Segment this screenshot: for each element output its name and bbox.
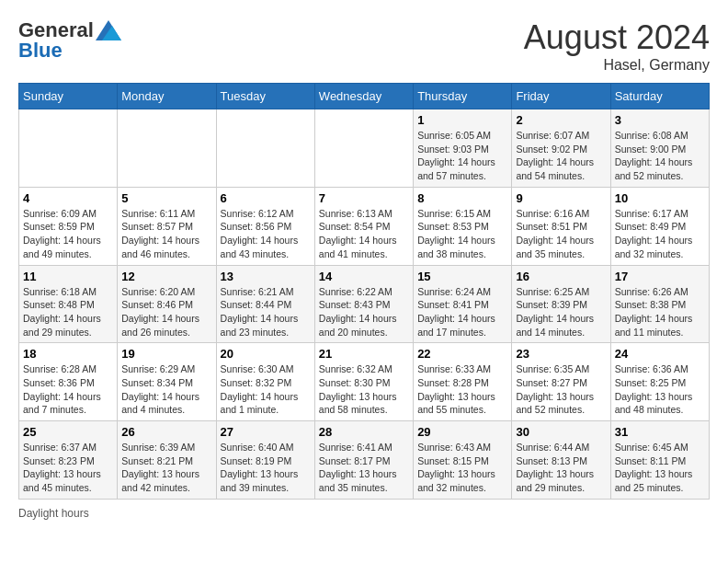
day-info: Sunrise: 6:39 AM Sunset: 8:21 PM Dayligh… [121, 441, 211, 495]
calendar-week-row: 18Sunrise: 6:28 AM Sunset: 8:36 PM Dayli… [19, 343, 710, 421]
calendar-weekday-header: Monday [118, 84, 216, 109]
calendar-table: SundayMondayTuesdayWednesdayThursdayFrid… [18, 83, 710, 500]
logo-blue-text: Blue [18, 39, 63, 63]
calendar-day-cell: 30Sunrise: 6:44 AM Sunset: 8:13 PM Dayli… [512, 421, 610, 500]
calendar-day-cell: 5Sunrise: 6:11 AM Sunset: 8:57 PM Daylig… [118, 187, 216, 265]
day-info: Sunrise: 6:24 AM Sunset: 8:41 PM Dayligh… [417, 285, 507, 339]
location-subtitle: Hasel, Germany [524, 57, 710, 74]
calendar-day-cell: 15Sunrise: 6:24 AM Sunset: 8:41 PM Dayli… [414, 265, 512, 343]
day-info: Sunrise: 6:22 AM Sunset: 8:43 PM Dayligh… [319, 285, 409, 339]
calendar-day-cell: 2Sunrise: 6:07 AM Sunset: 9:02 PM Daylig… [512, 109, 610, 188]
day-info: Sunrise: 6:18 AM Sunset: 8:48 PM Dayligh… [23, 285, 113, 339]
day-number: 3 [615, 113, 705, 127]
calendar-day-cell [216, 109, 314, 188]
day-info: Sunrise: 6:29 AM Sunset: 8:34 PM Dayligh… [121, 362, 211, 417]
day-number: 30 [516, 425, 606, 439]
day-info: Sunrise: 6:17 AM Sunset: 8:49 PM Dayligh… [615, 207, 705, 261]
calendar-day-cell: 12Sunrise: 6:20 AM Sunset: 8:46 PM Dayli… [118, 265, 216, 343]
day-number: 9 [516, 191, 606, 205]
footer: Daylight hours [18, 507, 710, 520]
day-info: Sunrise: 6:26 AM Sunset: 8:38 PM Dayligh… [615, 285, 705, 339]
calendar-day-cell: 1Sunrise: 6:05 AM Sunset: 9:03 PM Daylig… [414, 109, 512, 188]
calendar-day-cell: 4Sunrise: 6:09 AM Sunset: 8:59 PM Daylig… [19, 187, 118, 265]
day-info: Sunrise: 6:45 AM Sunset: 8:11 PM Dayligh… [615, 441, 705, 495]
calendar-day-cell: 6Sunrise: 6:12 AM Sunset: 8:56 PM Daylig… [216, 187, 314, 265]
calendar-week-row: 11Sunrise: 6:18 AM Sunset: 8:48 PM Dayli… [19, 265, 710, 343]
calendar-day-cell: 19Sunrise: 6:29 AM Sunset: 8:34 PM Dayli… [118, 343, 216, 421]
day-number: 6 [221, 191, 311, 205]
calendar-week-row: 1Sunrise: 6:05 AM Sunset: 9:03 PM Daylig… [19, 109, 710, 188]
calendar-weekday-header: Saturday [610, 84, 709, 109]
calendar-day-cell [118, 109, 216, 188]
day-number: 12 [121, 270, 211, 283]
day-number: 24 [615, 347, 705, 361]
day-number: 20 [221, 347, 311, 361]
day-info: Sunrise: 6:35 AM Sunset: 8:27 PM Dayligh… [516, 362, 606, 417]
day-info: Sunrise: 6:30 AM Sunset: 8:32 PM Dayligh… [221, 362, 311, 417]
day-info: Sunrise: 6:28 AM Sunset: 8:36 PM Dayligh… [23, 362, 113, 417]
day-info: Sunrise: 6:25 AM Sunset: 8:39 PM Dayligh… [516, 285, 606, 339]
day-number: 26 [121, 425, 211, 439]
calendar-weekday-header: Tuesday [216, 84, 314, 109]
day-number: 7 [319, 191, 409, 205]
day-info: Sunrise: 6:33 AM Sunset: 8:28 PM Dayligh… [417, 362, 507, 417]
calendar-weekday-header: Sunday [19, 84, 118, 109]
day-info: Sunrise: 6:36 AM Sunset: 8:25 PM Dayligh… [615, 362, 705, 417]
day-number: 21 [319, 347, 409, 361]
day-info: Sunrise: 6:43 AM Sunset: 8:15 PM Dayligh… [417, 441, 507, 495]
calendar-day-cell: 26Sunrise: 6:39 AM Sunset: 8:21 PM Dayli… [118, 421, 216, 500]
day-info: Sunrise: 6:37 AM Sunset: 8:23 PM Dayligh… [23, 441, 113, 495]
day-number: 14 [319, 270, 409, 283]
calendar-day-cell [314, 109, 413, 188]
day-info: Sunrise: 6:12 AM Sunset: 8:56 PM Dayligh… [221, 207, 311, 261]
calendar-day-cell: 28Sunrise: 6:41 AM Sunset: 8:17 PM Dayli… [314, 421, 413, 500]
day-info: Sunrise: 6:09 AM Sunset: 8:59 PM Dayligh… [23, 207, 113, 261]
calendar-weekday-header: Wednesday [314, 84, 413, 109]
day-info: Sunrise: 6:41 AM Sunset: 8:17 PM Dayligh… [319, 441, 409, 495]
day-info: Sunrise: 6:07 AM Sunset: 9:02 PM Dayligh… [516, 129, 606, 183]
day-number: 25 [23, 425, 113, 439]
calendar-header-row: SundayMondayTuesdayWednesdayThursdayFrid… [19, 84, 710, 109]
day-number: 31 [615, 425, 705, 439]
calendar-weekday-header: Thursday [414, 84, 512, 109]
calendar-day-cell: 7Sunrise: 6:13 AM Sunset: 8:54 PM Daylig… [314, 187, 413, 265]
day-info: Sunrise: 6:40 AM Sunset: 8:19 PM Dayligh… [221, 441, 311, 495]
day-info: Sunrise: 6:16 AM Sunset: 8:51 PM Dayligh… [516, 207, 606, 261]
day-info: Sunrise: 6:32 AM Sunset: 8:30 PM Dayligh… [319, 362, 409, 417]
logo-icon [96, 20, 121, 40]
calendar-day-cell: 17Sunrise: 6:26 AM Sunset: 8:38 PM Dayli… [610, 265, 709, 343]
day-number: 29 [417, 425, 507, 439]
calendar-week-row: 4Sunrise: 6:09 AM Sunset: 8:59 PM Daylig… [19, 187, 710, 265]
calendar-day-cell: 29Sunrise: 6:43 AM Sunset: 8:15 PM Dayli… [414, 421, 512, 500]
day-info: Sunrise: 6:15 AM Sunset: 8:53 PM Dayligh… [417, 207, 507, 261]
calendar-day-cell: 14Sunrise: 6:22 AM Sunset: 8:43 PM Dayli… [314, 265, 413, 343]
day-number: 19 [121, 347, 211, 361]
calendar-day-cell: 11Sunrise: 6:18 AM Sunset: 8:48 PM Dayli… [19, 265, 118, 343]
day-info: Sunrise: 6:11 AM Sunset: 8:57 PM Dayligh… [121, 207, 211, 261]
calendar-day-cell: 9Sunrise: 6:16 AM Sunset: 8:51 PM Daylig… [512, 187, 610, 265]
day-number: 22 [417, 347, 507, 361]
daylight-hours-label: Daylight hours [18, 507, 89, 520]
day-number: 28 [319, 425, 409, 439]
calendar-day-cell: 24Sunrise: 6:36 AM Sunset: 8:25 PM Dayli… [610, 343, 709, 421]
calendar-day-cell: 13Sunrise: 6:21 AM Sunset: 8:44 PM Dayli… [216, 265, 314, 343]
day-number: 23 [516, 347, 606, 361]
calendar-day-cell: 20Sunrise: 6:30 AM Sunset: 8:32 PM Dayli… [216, 343, 314, 421]
day-info: Sunrise: 6:08 AM Sunset: 9:00 PM Dayligh… [615, 129, 705, 183]
calendar-day-cell: 27Sunrise: 6:40 AM Sunset: 8:19 PM Dayli… [216, 421, 314, 500]
day-number: 18 [23, 347, 113, 361]
day-number: 2 [516, 113, 606, 127]
calendar-day-cell: 21Sunrise: 6:32 AM Sunset: 8:30 PM Dayli… [314, 343, 413, 421]
calendar-day-cell: 16Sunrise: 6:25 AM Sunset: 8:39 PM Dayli… [512, 265, 610, 343]
day-number: 8 [417, 191, 507, 205]
title-block: August 2024 Hasel, Germany [524, 18, 710, 74]
calendar-week-row: 25Sunrise: 6:37 AM Sunset: 8:23 PM Dayli… [19, 421, 710, 500]
day-number: 27 [221, 425, 311, 439]
calendar-day-cell [19, 109, 118, 188]
page-header: General Blue August 2024 Hasel, Germany [18, 18, 710, 74]
day-number: 17 [615, 270, 705, 283]
day-info: Sunrise: 6:21 AM Sunset: 8:44 PM Dayligh… [221, 285, 311, 339]
day-info: Sunrise: 6:13 AM Sunset: 8:54 PM Dayligh… [319, 207, 409, 261]
calendar-day-cell: 23Sunrise: 6:35 AM Sunset: 8:27 PM Dayli… [512, 343, 610, 421]
day-number: 16 [516, 270, 606, 283]
